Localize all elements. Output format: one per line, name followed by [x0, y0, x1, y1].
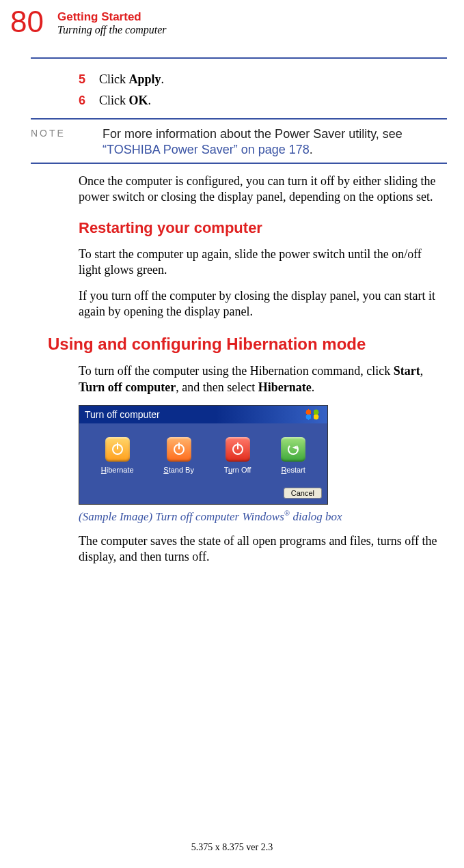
- header-titles: Getting Started Turning off the computer: [57, 7, 167, 36]
- standby-option[interactable]: Stand By: [163, 437, 194, 474]
- step-list: 5 Click Apply. 6 Click OK.: [79, 72, 440, 108]
- hibernate-icon: [105, 437, 130, 462]
- divider: [31, 57, 447, 59]
- step-number: 5: [79, 72, 99, 87]
- turnoff-label: Turn Off: [224, 466, 251, 474]
- restart-label: Restart: [281, 466, 305, 474]
- turnoff-option[interactable]: Turn Off: [224, 437, 251, 474]
- heading-hibernation: Using and configuring Hibernation mode: [48, 335, 437, 354]
- paragraph: To start the computer up again, slide th…: [79, 247, 440, 279]
- paragraph: To turn off the computer using the Hiber…: [79, 363, 440, 395]
- dialog-title: Turn off computer: [85, 409, 160, 420]
- step-5: 5 Click Apply.: [79, 72, 440, 87]
- paragraph: The computer saves the state of all open…: [79, 533, 440, 565]
- standby-icon: [167, 437, 191, 462]
- restart-option[interactable]: Restart: [281, 437, 305, 474]
- section-subtitle: Turning off the computer: [57, 24, 167, 36]
- step-number: 6: [79, 94, 99, 108]
- page-header: 80 Getting Started Turning off the compu…: [10, 7, 437, 37]
- note-text: For more information about the Power Sav…: [103, 126, 437, 157]
- note-block: NOTE For more information about the Powe…: [38, 118, 437, 164]
- dialog-footer: Cancel: [79, 484, 327, 504]
- turn-off-dialog: Turn off computer Hibernate Stand By Tur…: [79, 405, 328, 505]
- step-text: Click Apply.: [99, 72, 440, 87]
- windows-flag-icon: [303, 408, 322, 421]
- footer-version: 5.375 x 8.375 ver 2.3: [0, 842, 464, 853]
- dialog-titlebar: Turn off computer: [79, 406, 327, 423]
- step-6: 6 Click OK.: [79, 94, 440, 108]
- heading-restarting: Restarting your computer: [79, 219, 440, 237]
- hibernate-label: Hibernate: [101, 466, 134, 474]
- cancel-button[interactable]: Cancel: [284, 488, 322, 499]
- step-text: Click OK.: [99, 94, 440, 108]
- dialog-body: Hibernate Stand By Turn Off Restart: [79, 423, 327, 484]
- image-caption: (Sample Image) Turn off computer Windows…: [79, 509, 440, 524]
- page-number: 80: [10, 7, 44, 37]
- hibernate-option[interactable]: Hibernate: [101, 437, 134, 474]
- note-link[interactable]: “TOSHIBA Power Saver” on page 178: [103, 143, 310, 156]
- paragraph: Once the computer is configured, you can…: [79, 173, 440, 206]
- paragraph: If you turn off the computer by closing …: [79, 288, 440, 320]
- chapter-title: Getting Started: [57, 10, 167, 24]
- note-label: NOTE: [31, 126, 103, 157]
- restart-icon: [281, 437, 305, 462]
- standby-label: Stand By: [163, 466, 194, 474]
- turnoff-icon: [226, 437, 250, 462]
- divider: [31, 163, 447, 164]
